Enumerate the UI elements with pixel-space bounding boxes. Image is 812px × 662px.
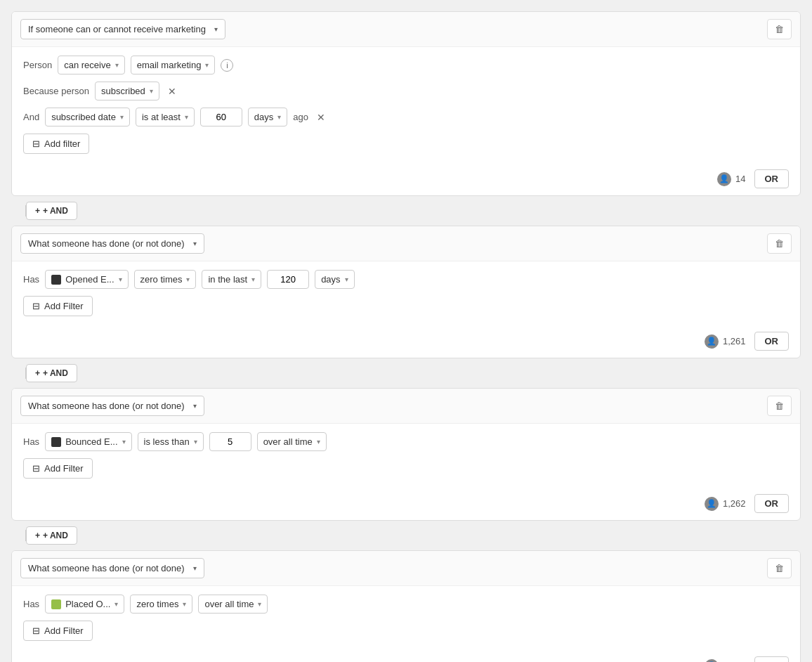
info-icon[interactable]: i xyxy=(221,59,233,72)
has-label-1: Has xyxy=(23,274,39,285)
and-connector-2: + + AND xyxy=(11,364,801,382)
chevron-down-icon: ▾ xyxy=(258,600,261,608)
activity-block-2-header: What someone has done (or not done) ▾ 🗑 xyxy=(12,389,800,424)
plus-icon: + xyxy=(35,531,40,540)
marketing-block: If someone can or cannot receive marketi… xyxy=(11,11,801,196)
chevron-down-icon: ▾ xyxy=(115,61,119,69)
event-name-select-1[interactable]: Opened E... ▾ xyxy=(45,270,128,289)
and-field-select[interactable]: subscribed date ▾ xyxy=(45,108,130,126)
event-unit-select-1[interactable]: days ▾ xyxy=(315,270,354,289)
chevron-down-icon: ▾ xyxy=(345,275,348,283)
event-number-input-2[interactable] xyxy=(209,432,251,451)
add-filter-button[interactable]: ⊟ Add filter xyxy=(23,134,89,154)
has-label-3: Has xyxy=(23,599,39,609)
chevron-down-icon: ▾ xyxy=(193,240,197,247)
event-condition-select-2[interactable]: is less than ▾ xyxy=(138,432,204,451)
email-event-icon xyxy=(51,275,61,285)
and-condition-row: And subscribed date ▾ is at least ▾ days… xyxy=(23,108,789,126)
and-connector-button-1[interactable]: + + AND xyxy=(26,202,77,220)
person-channel-select[interactable]: email marketing ▾ xyxy=(131,56,216,74)
and-connector-1: + + AND xyxy=(11,202,801,220)
activity-1-filter-row: Has Opened E... ▾ zero times ▾ in the la… xyxy=(23,270,789,289)
delete-activity-2-button[interactable]: 🗑 xyxy=(767,396,792,416)
activity-block-2-footer: 👤 1,262 OR xyxy=(12,487,800,520)
activity-block-3-header: What someone has done (or not done) ▾ 🗑 xyxy=(12,551,800,586)
and-connector-3: + + AND xyxy=(11,526,801,545)
activity-block-1-body: Has Opened E... ▾ zero times ▾ in the la… xyxy=(12,261,800,325)
chevron-down-icon: ▾ xyxy=(150,87,153,95)
chevron-down-icon: ▾ xyxy=(277,113,281,121)
marketing-block-header: If someone can or cannot receive marketi… xyxy=(12,12,800,47)
event-time-select-2[interactable]: over all time ▾ xyxy=(257,432,327,451)
activity-block-1-footer: 👤 1,261 OR xyxy=(12,325,800,358)
activity-type-select-2[interactable]: What someone has done (or not done) ▾ xyxy=(20,396,204,416)
person-icon: 👤 xyxy=(705,335,719,349)
event-time-select-3[interactable]: over all time ▾ xyxy=(198,595,268,614)
and-label: And xyxy=(23,112,39,122)
remove-because-button[interactable]: ✕ xyxy=(165,84,179,98)
delete-marketing-button[interactable]: 🗑 xyxy=(767,19,792,39)
because-row: Because person subscribed ▾ ✕ xyxy=(23,82,789,100)
chevron-down-icon: ▾ xyxy=(193,564,197,572)
person-icon: 👤 xyxy=(705,497,719,511)
add-filter-button-2[interactable]: ⊟ Add Filter xyxy=(23,458,93,479)
event-condition-select-1[interactable]: zero times ▾ xyxy=(134,270,197,289)
marketing-count-badge: 👤 14 xyxy=(717,172,745,186)
event-condition-select-3[interactable]: zero times ▾ xyxy=(130,595,192,614)
and-condition-select[interactable]: is at least ▾ xyxy=(136,108,195,126)
activity-type-select-3[interactable]: What someone has done (or not done) ▾ xyxy=(20,558,204,578)
marketing-count: 14 xyxy=(735,174,745,184)
chevron-down-icon: ▾ xyxy=(119,275,122,283)
person-label: Person xyxy=(23,60,52,70)
marketing-type-select[interactable]: If someone can or cannot receive marketi… xyxy=(20,19,225,39)
chevron-down-icon: ▾ xyxy=(251,275,255,283)
email-event-icon-2 xyxy=(51,437,61,447)
marketing-or-button[interactable]: OR xyxy=(754,169,790,188)
activity-block-1-header: What someone has done (or not done) ▾ 🗑 xyxy=(12,226,800,261)
filter-icon: ⊟ xyxy=(32,301,40,311)
and-connector-button-3[interactable]: + + AND xyxy=(26,526,77,545)
event-time-select-1[interactable]: in the last ▾ xyxy=(202,270,261,289)
chevron-down-icon: ▾ xyxy=(317,438,320,446)
chevron-down-icon: ▾ xyxy=(185,113,188,121)
delete-activity-3-button[interactable]: 🗑 xyxy=(767,558,792,578)
chevron-down-icon: ▾ xyxy=(122,438,126,446)
activity-type-select-1[interactable]: What someone has done (or not done) ▾ xyxy=(20,233,204,254)
activity-block-3-footer: 👤 1,261 OR xyxy=(12,649,800,662)
activity-1-count-badge: 👤 1,261 xyxy=(705,335,746,349)
person-icon: 👤 xyxy=(717,172,731,186)
activity-block-1: What someone has done (or not done) ▾ 🗑 … xyxy=(11,226,801,358)
filter-icon: ⊟ xyxy=(32,138,40,149)
activity-2-count-badge: 👤 1,262 xyxy=(705,497,746,511)
activity-2-or-button[interactable]: OR xyxy=(754,494,790,513)
plus-icon: + xyxy=(35,206,40,216)
activity-block-2-body: Has Bounced E... ▾ is less than ▾ over a… xyxy=(12,424,800,487)
event-name-select-3[interactable]: Placed O... ▾ xyxy=(45,595,124,614)
person-row: Person can receive ▾ email marketing ▾ i xyxy=(23,56,789,74)
event-number-input-1[interactable] xyxy=(267,270,309,289)
activity-1-or-button[interactable]: OR xyxy=(754,332,790,351)
add-filter-button-1[interactable]: ⊟ Add Filter xyxy=(23,296,93,316)
marketing-type-label: If someone can or cannot receive marketi… xyxy=(28,24,206,34)
activity-block-3-body: Has Placed O... ▾ zero times ▾ over all … xyxy=(12,586,800,649)
because-value-select[interactable]: subscribed ▾ xyxy=(95,82,159,100)
activity-3-or-button[interactable]: OR xyxy=(754,656,790,662)
chevron-down-icon: ▾ xyxy=(183,600,186,608)
person-icon: 👤 xyxy=(705,659,719,663)
chevron-down-icon: ▾ xyxy=(186,275,190,283)
delete-activity-1-button[interactable]: 🗑 xyxy=(767,233,792,254)
and-number-input[interactable] xyxy=(200,108,242,126)
filter-icon: ⊟ xyxy=(32,625,40,636)
activity-3-count-badge: 👤 1,261 xyxy=(705,659,746,663)
filter-icon: ⊟ xyxy=(32,463,40,474)
event-name-select-2[interactable]: Bounced E... ▾ xyxy=(45,432,131,451)
and-unit-select[interactable]: days ▾ xyxy=(248,108,287,126)
ago-text: ago xyxy=(293,112,308,122)
chevron-down-icon: ▾ xyxy=(120,113,124,121)
remove-and-button[interactable]: ✕ xyxy=(314,110,328,124)
activity-block-3: What someone has done (or not done) ▾ 🗑 … xyxy=(11,550,801,662)
activity-1-count: 1,261 xyxy=(723,336,746,346)
and-connector-button-2[interactable]: + + AND xyxy=(26,364,77,382)
add-filter-button-3[interactable]: ⊟ Add Filter xyxy=(23,621,93,641)
person-condition-select[interactable]: can receive ▾ xyxy=(58,56,124,74)
